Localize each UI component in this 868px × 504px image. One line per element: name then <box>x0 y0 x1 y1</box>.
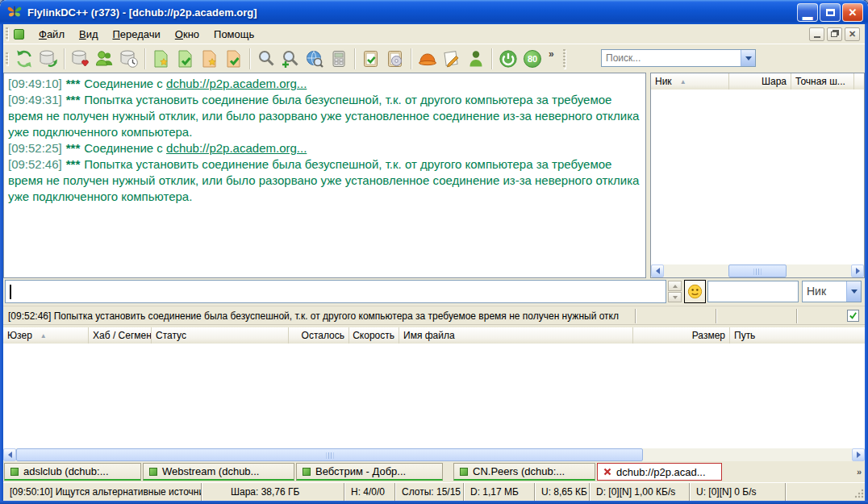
menu-transfers[interactable]: Передачи <box>106 26 168 43</box>
connection-power-button[interactable] <box>496 47 520 71</box>
toolbar-overflow-chevron[interactable]: » <box>549 48 554 60</box>
search-icon <box>256 48 277 69</box>
settings-button[interactable] <box>359 47 383 71</box>
adl-search-icon <box>280 48 301 69</box>
hub-link[interactable]: dchub://p2p.academ.org... <box>166 77 307 90</box>
settings-icon <box>361 48 382 69</box>
menu-bar: Файл Вид Передачи Окно Помощь ✕ <box>3 24 865 44</box>
transfers-col-hub[interactable]: Хаб / Сегменты <box>89 327 152 344</box>
chat-enabled-checkbox[interactable] <box>847 310 859 322</box>
window-border-bottom <box>0 501 868 504</box>
transfers-col-speed[interactable]: Скорость <box>349 327 399 344</box>
spinner-down-button[interactable] <box>668 292 682 302</box>
port-button[interactable]: 80 <box>520 47 545 71</box>
close-button[interactable]: ✕ <box>842 3 863 22</box>
tab-webstream[interactable]: Webstream (dchub... <box>143 463 294 481</box>
hub-chat-area[interactable]: [09:49:10]***Соединение с dchub://p2p.ac… <box>3 73 646 278</box>
tab-vebstrim[interactable]: Вебстрим - Добр... <box>296 463 443 481</box>
mdi-restore-button[interactable] <box>827 27 842 41</box>
search-spy-button[interactable] <box>303 47 327 71</box>
transfers-col-user[interactable]: Юзер▲ <box>3 327 89 344</box>
searchbar-grip[interactable] <box>563 49 565 69</box>
notepad-button[interactable] <box>440 47 464 71</box>
app-window: FlylinkDC++ (r373) - [dchub://p2p.academ… <box>0 0 868 504</box>
statusbar-share: Шара: 38,76 ГБ <box>201 483 344 501</box>
waiting-users-button[interactable] <box>198 47 222 71</box>
mdi-minimize-button[interactable] <box>809 27 824 41</box>
statusbar-message: [09:50:10] Ищутся альтернативные источни… <box>3 483 201 501</box>
search-button[interactable] <box>254 47 278 71</box>
scroll-left-button[interactable] <box>651 264 664 277</box>
transfers-col-status[interactable]: Статус <box>152 327 289 344</box>
tabbar-overflow-chevron[interactable]: » <box>857 467 865 477</box>
emoticon-button[interactable] <box>684 280 706 303</box>
menu-view[interactable]: Вид <box>72 26 106 43</box>
minimize-button[interactable]: ▬ <box>797 3 818 22</box>
search-dropdown-arrow[interactable] <box>741 50 755 66</box>
hub-online-icon <box>149 468 157 476</box>
hub-online-icon <box>460 468 468 476</box>
transfers-col-size[interactable]: Размер <box>633 327 730 344</box>
resize-grip[interactable] <box>853 483 865 501</box>
finished-downloads-button[interactable] <box>173 47 198 71</box>
maximize-button[interactable] <box>820 3 841 22</box>
userlist-col-share[interactable]: Шара <box>729 73 791 90</box>
open-filelist-button[interactable] <box>327 47 351 71</box>
adl-search-button[interactable] <box>278 47 303 71</box>
mdi-close-button[interactable]: ✕ <box>845 27 860 41</box>
tab-adslclub[interactable]: adslclub (dchub:... <box>4 463 141 481</box>
away-user-icon <box>465 48 486 69</box>
favorite-hubs-button[interactable] <box>69 47 93 71</box>
toolbar-grip[interactable] <box>6 27 8 40</box>
download-queue-button[interactable] <box>149 47 173 71</box>
download-queue-icon <box>151 48 172 69</box>
scroll-right-button[interactable] <box>851 264 864 277</box>
power-icon <box>499 49 518 69</box>
userlist-body[interactable] <box>651 90 864 264</box>
cd-clipboard-button[interactable] <box>383 47 407 71</box>
nick-filter-combo[interactable]: Ник <box>802 281 862 302</box>
message-aux-field[interactable] <box>707 281 799 302</box>
statusbar-hubs: H: 4/0/0 <box>344 483 394 501</box>
scroll-thumb[interactable] <box>16 448 643 461</box>
transfers-body[interactable] <box>3 344 865 448</box>
tab-p2p-academ-active[interactable]: dchub://p2p.acad... <box>597 463 722 481</box>
menu-help[interactable]: Помощь <box>207 26 261 43</box>
statusbar-uploaded: U: 8,65 КБ <box>534 483 589 501</box>
reconnect-icon <box>14 48 35 69</box>
smiley-icon <box>687 284 703 299</box>
tab-cnpeers[interactable]: CN.Peers (dchub:... <box>453 463 595 481</box>
userlist-col-partial[interactable] <box>854 73 864 90</box>
follow-redirect-button[interactable] <box>36 47 61 71</box>
nick-dropdown-arrow[interactable] <box>846 281 861 302</box>
transfers-col-remaining[interactable]: Осталось <box>289 327 349 344</box>
menu-file[interactable]: Файл <box>31 26 72 43</box>
search-input[interactable] <box>602 50 741 66</box>
scroll-right-button[interactable] <box>852 448 865 461</box>
scroll-thumb[interactable] <box>728 264 787 277</box>
transfers-col-path[interactable]: Путь <box>730 327 865 344</box>
limits-button[interactable] <box>415 47 440 71</box>
favorite-users-button[interactable] <box>93 47 117 71</box>
nick-combo-value: Ник <box>803 281 846 302</box>
spinner-up-button[interactable] <box>668 281 682 291</box>
hub-window-icon[interactable] <box>14 29 24 40</box>
waiting-users-icon <box>199 48 220 69</box>
transfers-col-filename[interactable]: Имя файла <box>399 327 633 344</box>
toolbar-grip-2[interactable] <box>6 52 8 65</box>
userlist-col-exact-share[interactable]: Точная ш... <box>791 73 854 90</box>
away-button[interactable] <box>464 47 488 71</box>
window-tab-bar: adslclub (dchub:... Webstream (dchub... … <box>3 461 865 482</box>
userlist-header: Ник▲ Шара Точная ш... <box>651 73 864 90</box>
hub-online-icon <box>10 468 19 476</box>
menu-window[interactable]: Окно <box>168 26 207 43</box>
finished-uploads-icon <box>223 48 244 69</box>
hub-link[interactable]: dchub://p2p.academ.org... <box>166 141 307 155</box>
text-caret <box>10 285 11 299</box>
public-hubs-button[interactable] <box>117 47 141 71</box>
scroll-left-button[interactable] <box>3 448 16 461</box>
userlist-col-nick[interactable]: Ник▲ <box>651 73 729 90</box>
chat-input[interactable] <box>5 280 666 303</box>
finished-uploads-button[interactable] <box>222 47 246 71</box>
reconnect-button[interactable] <box>12 47 36 71</box>
